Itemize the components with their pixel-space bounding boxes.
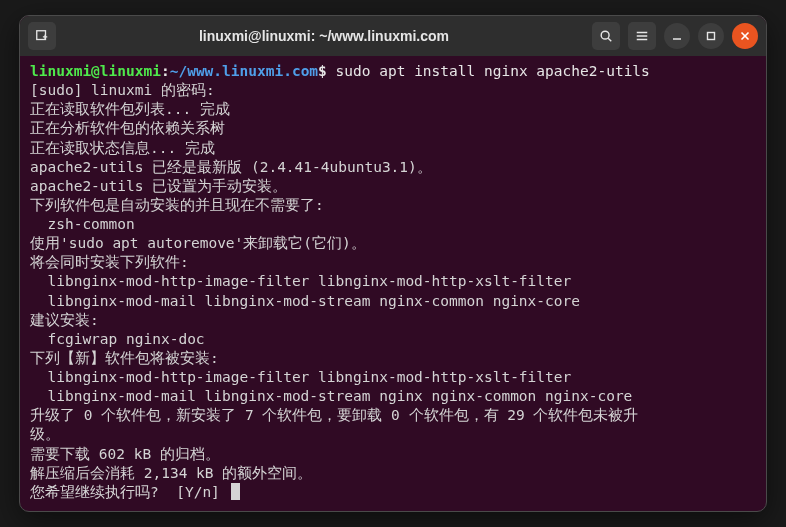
output-line: 将会同时安装下列软件: [30,253,756,272]
continue-prompt-text: 您希望继续执行吗? [Y/n] [30,484,229,500]
svg-rect-9 [708,33,715,40]
output-line: 升级了 0 个软件包，新安装了 7 个软件包，要卸载 0 个软件包，有 29 个… [30,406,756,425]
window-title: linuxmi@linuxmi: ~/www.linuxmi.com [62,28,586,44]
prompt-colon: : [161,63,170,79]
output-line: 正在分析软件包的依赖关系树 [30,119,756,138]
output-line: libnginx-mod-http-image-filter libnginx-… [30,368,756,387]
output-line: 使用'sudo apt autoremove'来卸载它(它们)。 [30,234,756,253]
output-line: 建议安装: [30,311,756,330]
search-button[interactable] [592,22,620,50]
svg-rect-0 [37,31,46,40]
maximize-button[interactable] [698,23,724,49]
continue-prompt: 您希望继续执行吗? [Y/n] [30,483,756,502]
terminal-body[interactable]: linuxmi@linuxmi:~/www.linuxmi.com$ sudo … [20,56,766,511]
hamburger-icon [635,29,649,43]
prompt-user-host: linuxmi@linuxmi [30,63,161,79]
close-icon [740,31,750,41]
search-icon [599,29,613,43]
minimize-icon [672,31,682,41]
output-line: 正在读取状态信息... 完成 [30,139,756,158]
terminal-window: linuxmi@linuxmi: ~/www.linuxmi.com linux… [19,15,767,512]
close-button[interactable] [732,23,758,49]
output-line: libnginx-mod-mail libnginx-mod-stream ng… [30,292,756,311]
prompt-path: ~/www.linuxmi.com [170,63,318,79]
output-line: apache2-utils 已经是最新版 (2.4.41-4ubuntu3.1)… [30,158,756,177]
prompt-line: linuxmi@linuxmi:~/www.linuxmi.com$ sudo … [30,62,756,81]
output-line: 解压缩后会消耗 2,134 kB 的额外空间。 [30,464,756,483]
new-tab-button[interactable] [28,22,56,50]
output-line: [sudo] linuxmi 的密码: [30,81,756,100]
minimize-button[interactable] [664,23,690,49]
output-line: 正在读取软件包列表... 完成 [30,100,756,119]
command-text: sudo apt install nginx apache2-utils [336,63,650,79]
svg-point-3 [601,31,609,39]
output-line: 需要下载 602 kB 的归档。 [30,445,756,464]
output-line: 下列软件包是自动安装的并且现在不需要了: [30,196,756,215]
output-line: libnginx-mod-mail libnginx-mod-stream ng… [30,387,756,406]
titlebar: linuxmi@linuxmi: ~/www.linuxmi.com [20,16,766,56]
maximize-icon [706,31,716,41]
output-container: [sudo] linuxmi 的密码:正在读取软件包列表... 完成正在分析软件… [30,81,756,483]
output-line: apache2-utils 已设置为手动安装。 [30,177,756,196]
menu-button[interactable] [628,22,656,50]
cursor [231,483,240,500]
new-tab-icon [35,29,49,43]
svg-line-4 [608,38,611,41]
output-line: 下列【新】软件包将被安装: [30,349,756,368]
output-line: 级。 [30,425,756,444]
output-line: fcgiwrap nginx-doc [30,330,756,349]
output-line: libnginx-mod-http-image-filter libnginx-… [30,272,756,291]
output-line: zsh-common [30,215,756,234]
prompt-symbol: $ [318,63,327,79]
